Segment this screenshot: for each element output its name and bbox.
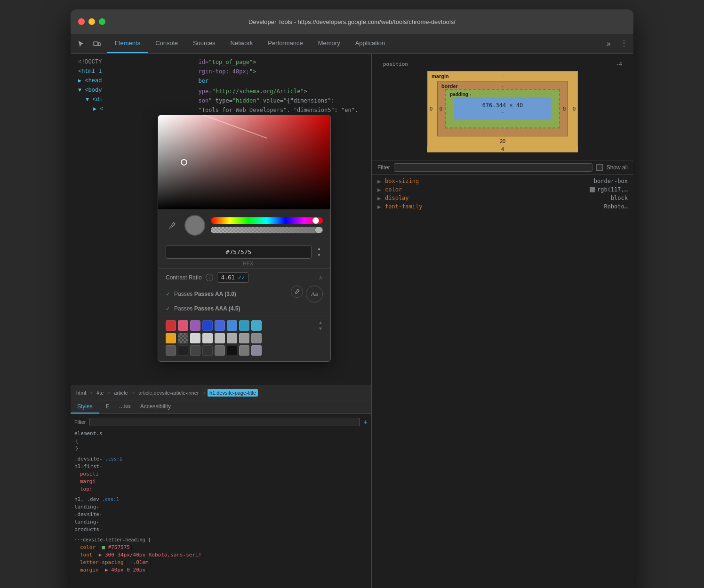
expand-icon[interactable]: ▶ [377, 179, 381, 184]
swatches-section: ▲ ▼ [158, 316, 330, 361]
tab-accessibility[interactable]: Accessibility [134, 400, 177, 413]
filter-input[interactable] [89, 418, 360, 426]
swatch[interactable] [227, 320, 237, 331]
contrast-value: 4.61 ✓✓ [217, 272, 249, 283]
more-tabs-button[interactable]: » [603, 34, 615, 53]
pass-aaa-check-icon: ✓ [166, 305, 170, 312]
kebab-menu-button[interactable]: ⋮ [615, 34, 633, 53]
color-gradient[interactable] [158, 115, 330, 209]
border-label: border [441, 83, 458, 89]
computed-filter-label: Filter [377, 164, 390, 171]
sliders-area [211, 217, 323, 233]
tab-sources[interactable]: Sources [185, 34, 223, 53]
swatch-transparent[interactable] [178, 333, 188, 343]
hex-increment-button[interactable]: ▲ [315, 246, 323, 252]
html-line: <!DOCTY [71, 57, 371, 67]
swatch[interactable] [251, 345, 262, 356]
hex-input[interactable] [166, 245, 312, 259]
tab-console[interactable]: Console [148, 34, 185, 53]
swatches-scroll-button[interactable]: ▲ ▼ [318, 320, 323, 331]
css-rule-heading: ···devsite-letter-heading { color: ■ #75… [74, 536, 368, 574]
aa-preview-button[interactable]: Aa [306, 286, 323, 302]
hue-slider[interactable] [211, 217, 323, 224]
breadcrumb-article-inner[interactable]: article.devsite-article-inner [136, 389, 200, 397]
swatch[interactable] [166, 345, 176, 356]
css-rule-element: element.s { } [74, 430, 368, 453]
styles-tabs: Styles E …ies Accessibility [71, 400, 371, 414]
prop-value: Roboto… [604, 203, 628, 210]
swatch[interactable] [227, 333, 237, 343]
tab-event-listeners[interactable]: E [99, 400, 116, 413]
swatch[interactable] [202, 345, 213, 356]
swatch[interactable] [190, 333, 200, 343]
swatch[interactable] [202, 333, 213, 343]
tab-elements[interactable]: Elements [107, 34, 148, 53]
eyedropper-button[interactable] [166, 219, 179, 232]
tab-network[interactable]: Network [223, 34, 261, 53]
maximize-button[interactable] [99, 18, 105, 25]
color-swatch-sm [590, 187, 595, 192]
swatch[interactable] [166, 320, 176, 331]
hex-decrement-button[interactable]: ▼ [315, 253, 323, 258]
swatch[interactable] [190, 345, 200, 356]
contrast-expand-button[interactable]: ∧ [319, 274, 323, 281]
border-bottom: - [502, 128, 504, 134]
swatch[interactable] [215, 320, 225, 331]
margin-top: - [502, 73, 504, 79]
svg-rect-0 [94, 42, 98, 46]
show-all-checkbox[interactable] [596, 164, 603, 171]
computed-filter-input[interactable] [394, 163, 592, 172]
left-panel: <!DOCTY <html l ▶ <head ▼ <body ▼ <di ▶ … [71, 54, 372, 588]
tab-memory[interactable]: Memory [311, 34, 348, 53]
swatch[interactable] [251, 333, 262, 343]
contrast-label: Contrast Ratio [166, 274, 202, 281]
breadcrumb-bar: html > #tc > article > article.devsite-a… [71, 385, 371, 400]
svg-rect-1 [98, 43, 100, 46]
computed-props: ▶ box-sizing border-box ▶ color rgb(117,… [372, 175, 633, 213]
breadcrumb-article[interactable]: article [112, 389, 129, 397]
outer-value: 4 [427, 146, 578, 152]
hex-input-row: ▲ ▼ [158, 241, 330, 261]
tab-properties[interactable]: …ies [116, 400, 134, 413]
close-button[interactable] [78, 18, 85, 25]
swatch[interactable] [190, 320, 200, 331]
swatch[interactable] [215, 333, 225, 343]
minimize-button[interactable] [88, 18, 95, 25]
tab-application[interactable]: Application [348, 34, 393, 53]
device-toggle-icon[interactable] [90, 37, 104, 50]
swatch[interactable] [178, 345, 188, 356]
expand-icon[interactable]: ▶ [377, 204, 381, 209]
cursor-icon[interactable] [74, 37, 88, 50]
swatch[interactable] [239, 345, 249, 356]
swatch[interactable] [166, 333, 176, 343]
expand-icon[interactable]: ▶ [377, 187, 381, 192]
swatch[interactable] [239, 320, 249, 331]
expand-icon[interactable]: ▶ [377, 196, 381, 201]
breadcrumb-tc[interactable]: #tc [95, 389, 105, 397]
tab-performance[interactable]: Performance [260, 34, 310, 53]
swatch[interactable] [202, 320, 213, 331]
prop-value: rgb(117,… [597, 186, 628, 193]
swatch[interactable] [227, 345, 237, 356]
tab-styles[interactable]: Styles [71, 400, 99, 413]
margin-bottom: 20 [500, 138, 505, 144]
swatch[interactable] [178, 320, 188, 331]
padding-label: padding - [450, 92, 471, 97]
eyedropper-small-button[interactable] [291, 286, 303, 298]
computed-filter-row: Filter Show all [372, 160, 633, 175]
contrast-info-button[interactable]: i [206, 274, 213, 281]
swatch[interactable] [215, 345, 225, 356]
alpha-slider[interactable] [211, 227, 323, 233]
swatches-row-3 [166, 345, 323, 356]
traffic-lights [78, 18, 105, 25]
border-right: 0 [563, 106, 566, 111]
add-style-button[interactable]: + [364, 418, 368, 426]
margin-label: margin [432, 73, 449, 79]
pass-actions: Aa [291, 286, 323, 302]
breadcrumb-h1[interactable]: h1.devsite-page-title [208, 389, 258, 397]
breadcrumb-html[interactable]: html [74, 389, 88, 397]
contrast-check-icon: ✓✓ [238, 274, 245, 281]
swatch[interactable] [251, 320, 262, 331]
swatch[interactable] [239, 333, 249, 343]
color-swatch-preview [184, 215, 205, 236]
